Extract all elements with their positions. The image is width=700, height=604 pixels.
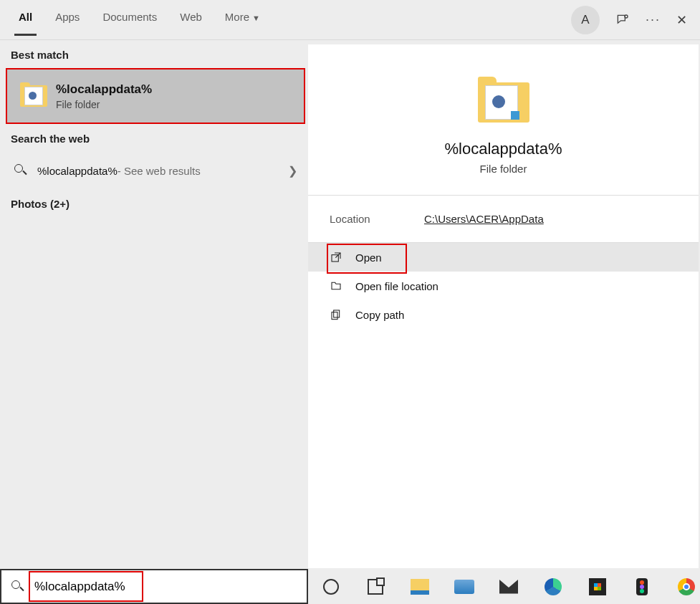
location-path[interactable]: C:\Users\ACER\AppData (424, 213, 544, 225)
best-match-result[interactable]: %localappdata% File folder (6, 68, 305, 124)
svg-rect-2 (334, 310, 340, 317)
action-open[interactable]: Open (308, 243, 699, 272)
action-open-location-label: Open file location (355, 280, 438, 292)
chrome-icon[interactable] (676, 577, 696, 597)
edge-icon[interactable] (543, 577, 563, 597)
tab-bar: All Apps Documents Web More▼ A ··· ✕ (0, 0, 700, 40)
svg-rect-3 (332, 312, 337, 320)
web-search-suffix: - See web results (118, 165, 201, 177)
close-icon[interactable]: ✕ (676, 12, 687, 28)
folder-icon (20, 82, 47, 110)
preview-folder-icon (478, 77, 529, 125)
search-icon (11, 580, 24, 593)
more-options-icon[interactable]: ··· (646, 12, 661, 27)
results-pane: Best match %localappdata% File folder Se… (0, 40, 308, 568)
web-search-query: %localappdata% (37, 165, 118, 177)
web-search-result[interactable]: %localappdata% - See web results ❯ (0, 152, 308, 189)
action-open-label: Open (355, 251, 382, 264)
preview-subtitle: File folder (480, 163, 527, 175)
taskbar-search[interactable] (0, 569, 308, 604)
tab-documents[interactable]: Documents (91, 7, 168, 36)
touch-keyboard-icon[interactable] (454, 577, 474, 597)
best-match-text: %localappdata% File folder (56, 82, 152, 110)
action-copy-path-label: Copy path (355, 309, 404, 321)
tab-web[interactable]: Web (168, 7, 214, 36)
preview-pane: %localappdata% File folder Location C:\U… (308, 44, 699, 568)
cortana-icon[interactable] (321, 577, 341, 597)
preview-header: %localappdata% File folder (308, 44, 699, 196)
chevron-down-icon: ▼ (252, 14, 260, 22)
results-area: Best match %localappdata% File folder Se… (0, 40, 700, 568)
chevron-right-icon: ❯ (288, 164, 297, 178)
action-copy-path[interactable]: Copy path (308, 300, 699, 329)
search-web-heading: Search the web (0, 124, 308, 152)
filter-tabs: All Apps Documents Web More▼ (7, 0, 272, 39)
preview-title: %localappdata% (445, 140, 562, 158)
figma-icon[interactable] (632, 577, 652, 597)
photos-heading[interactable]: Photos (2+) (0, 189, 308, 217)
mail-icon[interactable] (499, 577, 519, 597)
best-match-title: %localappdata% (56, 82, 152, 97)
tab-apps[interactable]: Apps (44, 7, 91, 36)
best-match-subtitle: File folder (56, 99, 152, 110)
copy-icon (330, 308, 342, 321)
location-row: Location C:\Users\ACER\AppData (308, 196, 699, 243)
feedback-icon[interactable] (615, 13, 630, 27)
taskbar (0, 569, 700, 604)
task-view-icon[interactable] (365, 577, 385, 597)
search-input[interactable] (34, 580, 271, 594)
tab-more[interactable]: More▼ (214, 7, 272, 36)
svg-point-0 (625, 15, 628, 18)
user-avatar[interactable]: A (571, 6, 600, 34)
folder-open-icon (330, 279, 342, 292)
open-icon (330, 251, 342, 264)
top-right-controls: A ··· ✕ (571, 6, 693, 34)
microsoft-store-icon[interactable] (588, 577, 608, 597)
action-open-file-location[interactable]: Open file location (308, 272, 699, 300)
search-icon (14, 164, 27, 177)
file-explorer-icon[interactable] (410, 577, 430, 597)
location-label: Location (330, 213, 424, 225)
best-match-heading: Best match (0, 40, 308, 68)
taskbar-tray (308, 569, 700, 604)
tab-all[interactable]: All (7, 7, 44, 36)
